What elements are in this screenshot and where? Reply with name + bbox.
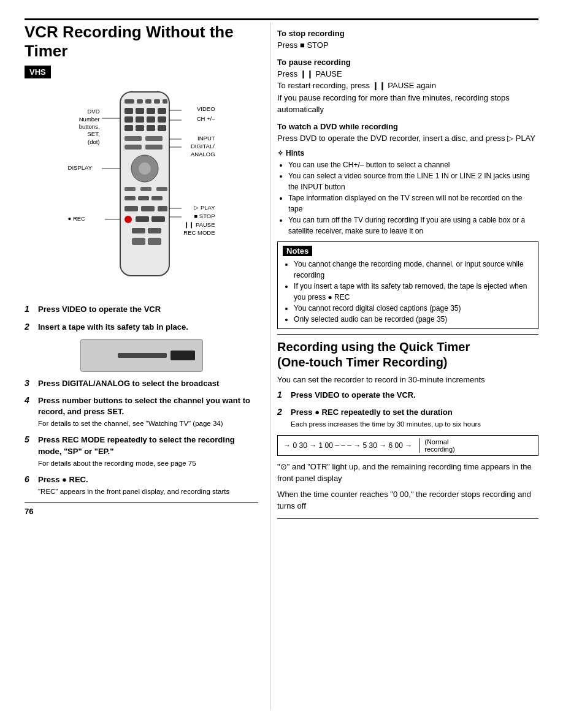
title-line1: VCR Recording Without the [25,23,234,41]
svg-point-33 [124,216,132,223]
svg-rect-18 [124,136,142,141]
vcr-image-area [25,339,258,372]
svg-rect-5 [163,99,167,104]
svg-rect-2 [137,99,143,104]
hints-box: ✧ Hints You can use the CH+/– button to … [277,149,538,237]
dvd-header: To watch a DVD while recording [277,122,538,131]
right-column: To stop recording Press ■ STOP To pause … [270,23,538,710]
svg-rect-24 [124,187,136,191]
otr-step-1-text: Press VIDEO to operate the VCR. [291,390,538,401]
step-1: 1 Press VIDEO to operate the VCR [25,304,258,315]
otr-title-line1: Recording using the Quick Timer [277,340,470,354]
notes-title: Notes [283,246,312,256]
svg-rect-15 [136,125,144,131]
otr-step-2-text: Press ● REC repeatedly to set the durati… [291,407,538,429]
label-recmode: REC MODE [183,229,215,237]
otr-title: Recording using the Quick Timer (One-tou… [277,339,538,370]
svg-rect-34 [136,216,149,222]
svg-rect-29 [151,196,163,200]
pause-body2-text: To restart recording, press ❙❙ PAUSE aga… [277,81,436,90]
hint-4: You can turn off the TV during recording… [288,214,538,237]
vcr-box [80,339,203,372]
svg-rect-21 [145,145,163,150]
bottom-rule-right [277,518,538,519]
vcr-slot [118,353,167,358]
pause-body: Press ❙❙ PAUSE To restart recording, pre… [277,68,538,116]
svg-rect-4 [154,99,160,104]
otr-step-1: 1 Press VIDEO to operate the VCR. [277,390,538,401]
step-5: 5 Press REC MODE repeatedly to select th… [25,434,258,468]
step-1-text: Press VIDEO to operate the VCR [38,304,258,315]
hints-list: You can use the CH+/– button to select a… [277,159,538,237]
two-col-layout: VCR Recording Without the Timer VHS [25,23,538,710]
left-column: VCR Recording Without the Timer VHS [25,23,270,710]
step-6-num: 6 [25,474,38,485]
hint-3: Tape information displayed on the TV scr… [288,192,538,214]
svg-rect-13 [158,116,166,123]
label-chpm: CH +/– [197,115,215,123]
note-3: You cannot record digital closed caption… [294,303,533,314]
svg-rect-1 [124,99,134,104]
note-1: You cannot change the recording mode, ch… [294,259,533,281]
pause-body3-text: If you pause recording for more than fiv… [277,93,510,115]
otr-step-2-sub: Each press increases the time by 30 minu… [291,419,538,429]
label-input: INPUT [197,135,215,142]
label-rec: ● REC [68,215,85,222]
step-2: 2 Insert a tape with its safety tab in p… [25,322,258,333]
svg-rect-25 [140,187,151,191]
hints-title: ✧ Hints [277,149,538,157]
step-5-text: Press REC MODE repeatedly to select the … [38,434,258,468]
remote-diagram: DVDNumberbuttons,SET,(dot) VIDEO CH +/– … [68,86,215,294]
svg-rect-35 [151,216,165,222]
hint-1: You can use the CH+/– button to select a… [288,159,538,170]
svg-rect-6 [124,108,133,114]
step-6-text: Press ● REC. "REC" appears in the front … [38,474,258,496]
otr-body1: "⊙" and "OTR" light up, and the remainin… [277,461,538,485]
dvd-body: Press DVD to operate the DVD recorder, i… [277,132,538,145]
step-3-num: 3 [25,378,38,389]
svg-rect-38 [132,238,145,245]
notes-box: Notes You cannot change the recording mo… [277,241,538,329]
bottom-rule-left [25,502,258,503]
notes-list: You cannot change the recording mode, ch… [283,259,533,325]
step-4-num: 4 [25,395,38,406]
svg-rect-28 [138,196,149,200]
section-rule [277,334,538,335]
step-3-text: Press DIGITAL/ANALOG to select the broad… [38,378,258,389]
svg-rect-27 [124,196,136,200]
main-title: VCR Recording Without the Timer [25,23,258,61]
top-rule [25,18,538,20]
svg-rect-26 [156,187,167,191]
svg-rect-20 [124,145,142,150]
svg-rect-39 [148,238,161,245]
step-3: 3 Press DIGITAL/ANALOG to select the bro… [25,378,258,389]
svg-point-23 [139,162,151,175]
label-video: VIDEO [197,105,215,113]
label-pause: ❙❙ PAUSE [184,221,215,229]
vcr-display [170,351,195,360]
svg-rect-9 [158,108,166,114]
svg-rect-17 [158,125,166,131]
svg-rect-14 [124,125,133,131]
svg-rect-36 [132,228,145,233]
title-line2: Timer [25,42,67,60]
step-5-num: 5 [25,434,38,445]
page-number: 76 [25,507,258,516]
otr-step-2-num: 2 [277,407,291,417]
hints-icon: ✧ [277,149,283,157]
hints-title-text: Hints [286,149,304,157]
otr-intro: You can set the recorder to record in 30… [277,374,538,386]
step-4: 4 Press number buttons to select the cha… [25,395,258,428]
pause-header: To pause recording [277,58,538,67]
otr-note: (Normalrecording) [419,438,455,453]
note-4: Only selected audio can be recorded (pag… [294,314,533,325]
vhs-badge: VHS [25,66,51,78]
otr-seq: → 0 30 → 1 00 – – – → 5 30 → 6 00 → [283,441,413,450]
label-stop: ■ STOP [194,213,215,220]
step-6-sub: "REC" appears in the front panel display… [38,487,258,496]
otr-step-1-num: 1 [277,390,291,400]
otr-diagram: → 0 30 → 1 00 – – – → 5 30 → 6 00 → (Nor… [277,435,538,456]
svg-rect-12 [147,116,155,123]
otr-body2: When the time counter reaches "0 00," th… [277,488,538,512]
page: VCR Recording Without the Timer VHS [0,0,563,728]
